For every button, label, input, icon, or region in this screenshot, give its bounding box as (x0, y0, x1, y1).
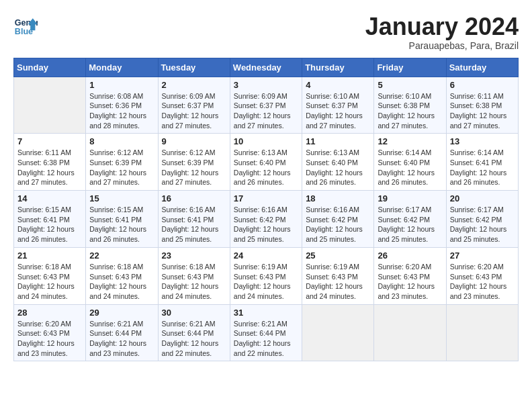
week-row-1: 1Sunrise: 6:08 AM Sunset: 6:36 PM Daylig… (14, 77, 519, 134)
day-info: Sunrise: 6:09 AM Sunset: 6:37 PM Dayligh… (234, 91, 298, 131)
calendar-cell: 2Sunrise: 6:09 AM Sunset: 6:37 PM Daylig… (158, 77, 230, 134)
day-number: 22 (89, 250, 154, 261)
day-info: Sunrise: 6:17 AM Sunset: 6:42 PM Dayligh… (450, 205, 515, 244)
calendar-cell: 31Sunrise: 6:21 AM Sunset: 6:44 PM Dayli… (230, 304, 302, 361)
day-number: 17 (234, 193, 298, 203)
day-info: Sunrise: 6:16 AM Sunset: 6:41 PM Dayligh… (162, 205, 226, 244)
day-number: 26 (378, 250, 442, 261)
day-number: 23 (162, 250, 226, 261)
calendar-cell: 19Sunrise: 6:17 AM Sunset: 6:42 PM Dayli… (374, 191, 446, 248)
logo: General Blue (13, 13, 38, 38)
day-number: 30 (162, 308, 226, 318)
day-info: Sunrise: 6:19 AM Sunset: 6:43 PM Dayligh… (234, 262, 298, 302)
calendar-cell: 16Sunrise: 6:16 AM Sunset: 6:41 PM Dayli… (158, 191, 230, 248)
weekday-header-monday: Monday (86, 58, 158, 77)
calendar-cell: 14Sunrise: 6:15 AM Sunset: 6:41 PM Dayli… (14, 191, 86, 248)
day-number: 6 (450, 80, 515, 90)
calendar-cell: 7Sunrise: 6:11 AM Sunset: 6:38 PM Daylig… (14, 134, 86, 191)
week-row-5: 28Sunrise: 6:20 AM Sunset: 6:43 PM Dayli… (14, 304, 519, 361)
calendar-cell: 28Sunrise: 6:20 AM Sunset: 6:43 PM Dayli… (14, 304, 86, 361)
day-info: Sunrise: 6:20 AM Sunset: 6:43 PM Dayligh… (450, 262, 515, 302)
calendar-cell: 10Sunrise: 6:13 AM Sunset: 6:40 PM Dayli… (230, 134, 302, 191)
calendar-cell (302, 304, 374, 361)
day-info: Sunrise: 6:19 AM Sunset: 6:43 PM Dayligh… (306, 262, 370, 302)
day-number: 3 (234, 80, 298, 90)
calendar-cell: 29Sunrise: 6:21 AM Sunset: 6:44 PM Dayli… (86, 304, 158, 361)
weekday-header-saturday: Saturday (446, 58, 518, 77)
day-info: Sunrise: 6:13 AM Sunset: 6:40 PM Dayligh… (234, 148, 298, 187)
calendar-cell (446, 304, 518, 361)
week-row-3: 14Sunrise: 6:15 AM Sunset: 6:41 PM Dayli… (14, 191, 519, 248)
week-row-2: 7Sunrise: 6:11 AM Sunset: 6:38 PM Daylig… (14, 134, 519, 191)
day-number: 1 (89, 80, 154, 90)
day-info: Sunrise: 6:20 AM Sunset: 6:43 PM Dayligh… (17, 319, 82, 359)
calendar-table: SundayMondayTuesdayWednesdayThursdayFrid… (13, 58, 519, 362)
calendar-cell: 4Sunrise: 6:10 AM Sunset: 6:37 PM Daylig… (302, 77, 374, 134)
day-number: 18 (306, 193, 370, 203)
day-info: Sunrise: 6:20 AM Sunset: 6:43 PM Dayligh… (378, 262, 442, 302)
calendar-cell: 21Sunrise: 6:18 AM Sunset: 6:43 PM Dayli… (14, 247, 86, 304)
calendar-cell: 23Sunrise: 6:18 AM Sunset: 6:43 PM Dayli… (158, 247, 230, 304)
page-header: General Blue January 2024 Parauapebas, P… (13, 13, 519, 51)
day-number: 13 (450, 136, 515, 146)
day-number: 9 (162, 136, 226, 146)
day-info: Sunrise: 6:18 AM Sunset: 6:43 PM Dayligh… (162, 262, 226, 302)
day-number: 8 (89, 136, 154, 146)
day-number: 24 (234, 250, 298, 261)
weekday-header-friday: Friday (374, 58, 446, 77)
day-info: Sunrise: 6:11 AM Sunset: 6:38 PM Dayligh… (450, 91, 515, 131)
day-number: 10 (234, 136, 298, 146)
day-info: Sunrise: 6:12 AM Sunset: 6:39 PM Dayligh… (162, 148, 226, 187)
calendar-cell: 17Sunrise: 6:16 AM Sunset: 6:42 PM Dayli… (230, 191, 302, 248)
calendar-cell: 15Sunrise: 6:15 AM Sunset: 6:41 PM Dayli… (86, 191, 158, 248)
day-info: Sunrise: 6:09 AM Sunset: 6:37 PM Dayligh… (162, 91, 226, 131)
day-info: Sunrise: 6:10 AM Sunset: 6:38 PM Dayligh… (378, 91, 442, 131)
day-info: Sunrise: 6:13 AM Sunset: 6:40 PM Dayligh… (306, 148, 370, 187)
weekday-header-tuesday: Tuesday (158, 58, 230, 77)
weekday-header-thursday: Thursday (302, 58, 374, 77)
calendar-cell: 26Sunrise: 6:20 AM Sunset: 6:43 PM Dayli… (374, 247, 446, 304)
calendar-cell: 13Sunrise: 6:14 AM Sunset: 6:41 PM Dayli… (446, 134, 518, 191)
day-info: Sunrise: 6:14 AM Sunset: 6:40 PM Dayligh… (378, 148, 442, 187)
day-info: Sunrise: 6:21 AM Sunset: 6:44 PM Dayligh… (89, 319, 154, 359)
day-number: 11 (306, 136, 370, 146)
calendar-cell: 24Sunrise: 6:19 AM Sunset: 6:43 PM Dayli… (230, 247, 302, 304)
title-block: January 2024 Parauapebas, Para, Brazil (365, 13, 519, 51)
calendar-cell: 1Sunrise: 6:08 AM Sunset: 6:36 PM Daylig… (86, 77, 158, 134)
day-info: Sunrise: 6:15 AM Sunset: 6:41 PM Dayligh… (17, 205, 82, 244)
day-number: 7 (17, 136, 82, 146)
week-row-4: 21Sunrise: 6:18 AM Sunset: 6:43 PM Dayli… (14, 247, 519, 304)
day-number: 15 (89, 193, 154, 203)
logo-icon: General Blue (13, 13, 38, 38)
svg-text:Blue: Blue (15, 27, 33, 36)
calendar-cell (14, 77, 86, 134)
calendar-cell (374, 304, 446, 361)
day-info: Sunrise: 6:15 AM Sunset: 6:41 PM Dayligh… (89, 205, 154, 244)
calendar-cell: 11Sunrise: 6:13 AM Sunset: 6:40 PM Dayli… (302, 134, 374, 191)
day-number: 14 (17, 193, 82, 203)
day-number: 27 (450, 250, 515, 261)
day-number: 16 (162, 193, 226, 203)
location: Parauapebas, Para, Brazil (365, 40, 519, 51)
day-info: Sunrise: 6:18 AM Sunset: 6:43 PM Dayligh… (89, 262, 154, 302)
day-number: 21 (17, 250, 82, 261)
calendar-cell: 30Sunrise: 6:21 AM Sunset: 6:44 PM Dayli… (158, 304, 230, 361)
day-number: 19 (378, 193, 442, 203)
weekday-header-row: SundayMondayTuesdayWednesdayThursdayFrid… (14, 58, 519, 77)
day-number: 25 (306, 250, 370, 261)
day-info: Sunrise: 6:10 AM Sunset: 6:37 PM Dayligh… (306, 91, 370, 131)
day-number: 12 (378, 136, 442, 146)
day-number: 2 (162, 80, 226, 90)
day-info: Sunrise: 6:16 AM Sunset: 6:42 PM Dayligh… (234, 205, 298, 244)
calendar-body: 1Sunrise: 6:08 AM Sunset: 6:36 PM Daylig… (14, 77, 519, 361)
calendar-cell: 20Sunrise: 6:17 AM Sunset: 6:42 PM Dayli… (446, 191, 518, 248)
day-info: Sunrise: 6:14 AM Sunset: 6:41 PM Dayligh… (450, 148, 515, 187)
weekday-header-sunday: Sunday (14, 58, 86, 77)
day-info: Sunrise: 6:16 AM Sunset: 6:42 PM Dayligh… (306, 205, 370, 244)
day-number: 31 (234, 308, 298, 318)
day-info: Sunrise: 6:12 AM Sunset: 6:39 PM Dayligh… (89, 148, 154, 187)
calendar-cell: 9Sunrise: 6:12 AM Sunset: 6:39 PM Daylig… (158, 134, 230, 191)
day-number: 20 (450, 193, 515, 203)
day-info: Sunrise: 6:21 AM Sunset: 6:44 PM Dayligh… (234, 319, 298, 359)
day-info: Sunrise: 6:18 AM Sunset: 6:43 PM Dayligh… (17, 262, 82, 302)
